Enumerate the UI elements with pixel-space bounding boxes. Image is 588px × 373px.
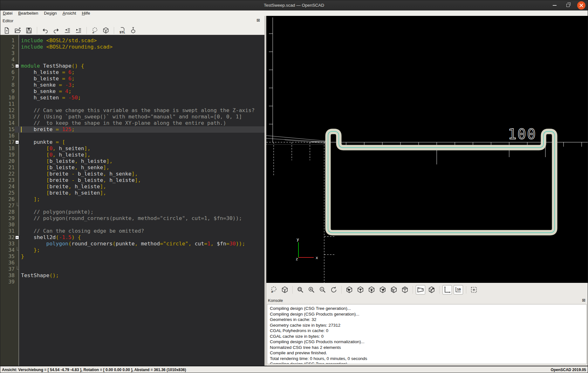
line-number: 39 — [0, 279, 15, 285]
code-text: punkte = [ — [21, 139, 264, 145]
view-orthogonal-button[interactable] — [427, 285, 436, 295]
fold-column — [15, 44, 21, 50]
open-file-button[interactable] — [14, 26, 22, 35]
unindent-icon — [64, 27, 71, 34]
3d-viewport-canvas: 100 y z x — [266, 16, 588, 283]
zoom-in-button[interactable] — [307, 285, 316, 295]
fold-marker[interactable] — [15, 63, 21, 69]
fold-column — [15, 107, 21, 114]
line-number: 15 — [0, 126, 15, 133]
code-line: 21 [b_leiste, h_senke], — [0, 164, 264, 171]
code-text: b_senke = 4; — [21, 88, 264, 95]
axis-indicator: y z x — [296, 237, 318, 261]
code-text: [breite - b_leiste, h_leiste], — [21, 177, 264, 183]
menu-item-datei[interactable]: Datei — [0, 10, 15, 16]
view-bottom-icon — [367, 286, 376, 294]
window-titlebar[interactable]: TestSweep.scad — OpenSCAD — [0, 0, 588, 10]
fold-column — [15, 88, 21, 95]
preview-button[interactable]: » — [269, 285, 278, 295]
fold-column — [15, 126, 21, 133]
code-line: 24 [breite, h_leiste], — [0, 183, 264, 190]
line-number: 28 — [0, 209, 15, 215]
code-line: 1include <BOSL2/std.scad> — [0, 37, 264, 44]
fold-end-icon — [17, 247, 19, 250]
view-perspective-button[interactable] — [416, 285, 425, 295]
show-axes-button[interactable] — [442, 285, 452, 295]
render-button[interactable] — [102, 26, 110, 35]
redo-button[interactable] — [52, 26, 60, 35]
line-number: 1 — [0, 37, 15, 44]
preview-icon: » — [270, 286, 278, 294]
view-front-button[interactable] — [389, 285, 399, 295]
scale-label-100: 100 — [508, 126, 537, 143]
menu-item-bearbeiten[interactable]: Bearbeiten — [15, 10, 41, 16]
zoom-out-icon — [318, 286, 327, 294]
maximize-button[interactable] — [564, 1, 572, 10]
view-bottom-button[interactable] — [367, 285, 376, 295]
show-crosshairs-button[interactable] — [469, 285, 479, 295]
menu-item-design[interactable]: Design — [41, 10, 59, 16]
new-file-button[interactable] — [3, 26, 11, 35]
indent-icon — [75, 27, 82, 34]
console-dock-close-icon[interactable]: ⊠ — [581, 298, 586, 303]
save-file-button[interactable] — [25, 26, 33, 35]
undo-icon — [41, 27, 49, 34]
code-text: // (Using `path_sweep()` with method="ma… — [21, 114, 264, 120]
minimize-button[interactable] — [550, 1, 559, 10]
console-dock-header: Konsole ⊠ — [266, 297, 588, 304]
reset-view-button[interactable] — [329, 285, 338, 295]
fold-column — [15, 222, 21, 228]
line-number: 34 — [0, 247, 15, 253]
fold-column — [15, 209, 21, 215]
editor-dock-title: Editor — [3, 18, 13, 23]
code-text — [21, 101, 264, 107]
editor-dock: Editor ⊠ »STL 1include <BOSL2/std.scad>2… — [0, 16, 264, 366]
line-number: 23 — [0, 177, 15, 183]
indent-button[interactable] — [74, 26, 83, 35]
line-number: 30 — [0, 222, 15, 228]
print-3d-button[interactable] — [129, 26, 137, 35]
editor-dock-close-icon[interactable]: ⊠ — [256, 18, 261, 23]
menu-item-ansicht[interactable]: Ansicht — [60, 10, 79, 16]
code-text: // Can the closing edge be omitted? — [21, 228, 264, 234]
unindent-button[interactable] — [63, 26, 72, 35]
export-stl-button[interactable]: STL — [118, 26, 126, 35]
view-top-button[interactable] — [356, 285, 365, 295]
fold-marker[interactable] — [15, 139, 21, 145]
menubar: DateiBearbeitenDesignAnsichtHilfe — [0, 10, 588, 16]
zoom-all-button[interactable] — [296, 285, 305, 295]
code-editor[interactable]: 1include <BOSL2/std.scad>2include <BOSL2… — [0, 35, 264, 366]
show-axes-icon — [443, 286, 451, 294]
3d-viewport[interactable]: 100 y z x — [266, 16, 588, 283]
line-number: 29 — [0, 215, 15, 222]
close-button[interactable] — [577, 1, 585, 10]
fold-column — [15, 171, 21, 177]
view-right-button[interactable] — [345, 285, 354, 295]
line-number: 9 — [0, 88, 15, 95]
svg-text:10: 10 — [457, 288, 461, 291]
console-line: Geometry cache size in bytes: 27312 — [270, 323, 584, 328]
menu-item-hilfe[interactable]: Hilfe — [79, 10, 93, 16]
code-line: 6 h_leiste = 6; — [0, 69, 264, 76]
line-number: 3 — [0, 50, 15, 57]
console-output[interactable]: Compiling design (CSG Tree generation)..… — [267, 304, 587, 364]
fold-end-icon — [17, 266, 19, 270]
fold-column — [15, 228, 21, 234]
export-stl-icon: STL — [118, 27, 126, 34]
view-back-button[interactable] — [400, 285, 410, 295]
line-number: 6 — [0, 69, 15, 76]
line-number: 5 — [0, 63, 15, 69]
view-left-button[interactable] — [378, 285, 387, 295]
zoom-out-button[interactable] — [318, 285, 327, 295]
undo-button[interactable] — [41, 26, 49, 35]
code-line: 17 punkte = [ — [0, 139, 264, 145]
line-number: 32 — [0, 234, 15, 241]
fold-column — [15, 183, 21, 190]
preview-button[interactable]: » — [91, 26, 99, 35]
render-button[interactable] — [280, 285, 290, 295]
fold-marker[interactable] — [15, 234, 21, 241]
line-number: 7 — [0, 76, 15, 82]
code-line: 37 — [0, 266, 264, 272]
line-number: 8 — [0, 82, 15, 88]
show-scale-markers-button[interactable]: 10 — [454, 285, 463, 295]
